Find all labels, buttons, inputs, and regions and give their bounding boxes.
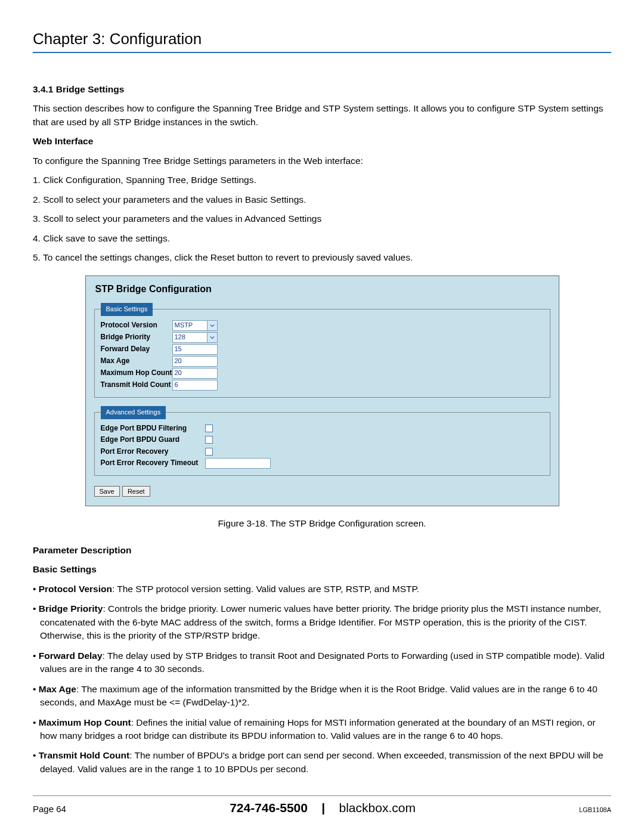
- basic-settings-legend: Basic Settings: [101, 303, 153, 316]
- page-footer: Page 64 724-746-5500 | blackbox.com LGB1…: [33, 795, 611, 815]
- bridge-priority-label: Bridge Priority: [101, 332, 172, 342]
- screenshot-title: STP Bridge Configuration: [95, 282, 550, 296]
- save-button[interactable]: Save: [94, 486, 120, 497]
- step-2: 2. Scoll to select your parameters and t…: [33, 193, 611, 206]
- step-4: 4. Click save to save the settings.: [33, 232, 611, 245]
- footer-phone: 724-746-5500: [230, 801, 308, 815]
- max-hop-label: Maximum Hop Count: [101, 368, 172, 378]
- bridge-priority-value: 128: [175, 333, 185, 342]
- protocol-version-label: Protocol Version: [101, 320, 172, 330]
- footer-model: LGB1108A: [579, 806, 611, 813]
- bullet-list: Protocol Version: The STP protocol versi…: [33, 583, 611, 776]
- advanced-settings-fieldset: Advanced Settings Edge Port BPDU Filteri…: [94, 406, 550, 476]
- step-3: 3. Scoll to select your parameters and t…: [33, 212, 611, 225]
- intro-paragraph: This section describes how to configure …: [33, 102, 611, 129]
- edge-filter-label: Edge Port BPDU Filtering: [101, 423, 205, 433]
- protocol-version-value: MSTP: [175, 321, 193, 330]
- web-interface-intro: To configure the Spanning Tree Bridge Se…: [33, 154, 611, 168]
- reset-button[interactable]: Reset: [122, 486, 150, 497]
- max-age-label: Max Age: [101, 356, 172, 366]
- footer-site: blackbox.com: [339, 801, 416, 815]
- bullet-protocol-version: Protocol Version: The STP protocol versi…: [33, 583, 611, 596]
- basic-settings-head: Basic Settings: [33, 563, 611, 576]
- screenshot-panel: STP Bridge Configuration Basic Settings …: [85, 275, 559, 507]
- bullet-forward-delay: Forward Delay: The delay used by STP Bri…: [33, 649, 611, 676]
- protocol-version-select[interactable]: MSTP: [172, 320, 218, 331]
- port-err-timeout-label: Port Error Recovery Timeout: [101, 458, 205, 468]
- max-hop-input[interactable]: 20: [172, 368, 218, 379]
- bullet-max-age: Max Age: The maximum age of the informat…: [33, 683, 611, 710]
- port-err-checkbox[interactable]: [205, 448, 213, 456]
- bridge-priority-select[interactable]: 128: [172, 332, 218, 343]
- advanced-settings-legend: Advanced Settings: [101, 406, 166, 419]
- tx-hold-label: Transmit Hold Count: [101, 380, 172, 390]
- chapter-title: Chapter 3: Configuration: [33, 30, 611, 48]
- step-1: 1. Click Configuration, Spanning Tree, B…: [33, 174, 611, 187]
- web-interface-head: Web Interface: [33, 135, 611, 148]
- forward-delay-input[interactable]: 15: [172, 344, 218, 355]
- edge-guard-label: Edge Port BPDU Guard: [101, 435, 205, 445]
- param-desc-head: Parameter Description: [33, 544, 611, 557]
- port-err-timeout-input[interactable]: [205, 458, 271, 469]
- footer-sep: |: [321, 801, 325, 815]
- step-5: 5. To cancel the settings changes, click…: [33, 251, 611, 264]
- page-number: Page 64: [33, 804, 66, 814]
- edge-filter-checkbox[interactable]: [205, 425, 213, 432]
- title-rule: [33, 52, 611, 53]
- max-age-input[interactable]: 20: [172, 356, 218, 367]
- bullet-tx-hold: Transmit Hold Count: The number of BPDU'…: [33, 749, 611, 776]
- forward-delay-label: Forward Delay: [101, 344, 172, 354]
- figure-caption: Figure 3-18. The STP Bridge Configuratio…: [33, 517, 611, 530]
- tx-hold-input[interactable]: 6: [172, 380, 218, 391]
- chevron-down-icon: [207, 333, 217, 342]
- chevron-down-icon: [207, 321, 217, 330]
- bullet-bridge-priority: Bridge Priority: Controls the bridge pri…: [33, 602, 611, 642]
- port-err-label: Port Error Recovery: [101, 447, 205, 457]
- basic-settings-fieldset: Basic Settings Protocol Version MSTP Bri…: [94, 303, 550, 398]
- section-number: 3.4.1 Bridge Settings: [33, 83, 611, 96]
- bullet-max-hop: Maximum Hop Count: Defines the initial v…: [33, 716, 611, 743]
- edge-guard-checkbox[interactable]: [205, 436, 213, 444]
